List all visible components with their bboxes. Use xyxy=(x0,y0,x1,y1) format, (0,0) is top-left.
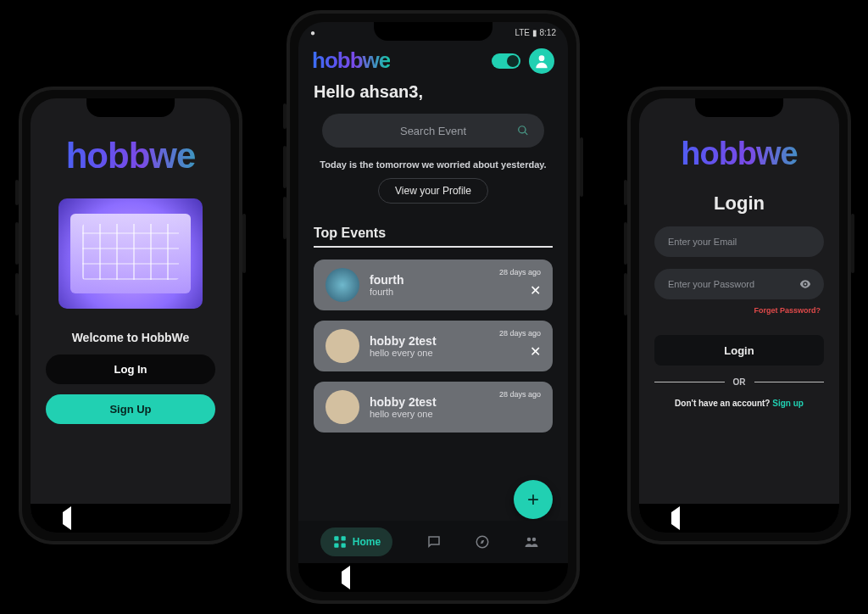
android-nav-bar xyxy=(639,504,839,533)
event-thumb xyxy=(326,329,359,363)
svg-point-6 xyxy=(527,538,531,542)
or-divider: OR xyxy=(654,377,824,387)
svg-rect-1 xyxy=(334,536,338,540)
nav-back-icon[interactable] xyxy=(671,512,680,524)
signup-link[interactable]: Sign up xyxy=(772,399,804,408)
brand-logo: hobbwe xyxy=(31,136,231,176)
android-nav-bar xyxy=(298,563,568,592)
event-card[interactable]: fourth fourth 28 days ago ✕ xyxy=(314,260,553,310)
greeting: Hello ahsan3, xyxy=(298,74,568,102)
view-profile-button[interactable]: View your Profile xyxy=(378,178,488,204)
notch xyxy=(86,98,175,117)
people-icon xyxy=(524,534,539,550)
login-title: Login xyxy=(639,193,839,215)
signup-button[interactable]: Sign Up xyxy=(46,394,215,424)
close-icon[interactable]: ✕ xyxy=(530,343,541,360)
nav-home[interactable]: Home xyxy=(320,527,392,556)
close-icon[interactable]: ✕ xyxy=(530,282,541,299)
fab-add-button[interactable]: + xyxy=(514,480,553,519)
status-bar: ● LTE ▮ 8:12 xyxy=(310,25,556,39)
password-placeholder: Enter your Password xyxy=(668,279,754,289)
avatar[interactable] xyxy=(529,48,554,74)
user-icon xyxy=(533,53,550,70)
event-subtitle: fourth xyxy=(370,287,541,297)
nav-chat[interactable] xyxy=(426,534,442,550)
event-ago: 28 days ago xyxy=(499,390,541,399)
svg-point-8 xyxy=(804,283,807,286)
nav-home-label: Home xyxy=(353,536,381,548)
forgot-password-link[interactable]: Forget Password? xyxy=(658,306,821,315)
top-events-title: Top Events xyxy=(314,226,553,241)
email-placeholder: Enter your Email xyxy=(668,237,737,247)
search-icon xyxy=(517,125,529,137)
phone-login: hobbwe Login Enter your Email Enter your… xyxy=(627,87,851,544)
quote-text: Today is the tomorrow we worried about y… xyxy=(315,159,551,170)
status-left: ● xyxy=(310,28,315,37)
or-text: OR xyxy=(733,377,746,387)
welcome-illustration xyxy=(58,198,203,309)
event-ago: 28 days ago xyxy=(499,268,541,276)
login-submit-button[interactable]: Login xyxy=(654,335,824,366)
event-card[interactable]: hobby 2test hello every one 28 days ago xyxy=(314,382,553,433)
chat-icon xyxy=(426,534,442,550)
event-card[interactable]: hobby 2test hello every one 28 days ago … xyxy=(314,321,553,371)
search-placeholder: Search Event xyxy=(400,125,466,137)
login-button[interactable]: Log In xyxy=(46,354,215,384)
svg-rect-3 xyxy=(334,544,338,548)
event-thumb xyxy=(326,268,359,302)
grid-icon xyxy=(332,534,348,550)
brand-logo: hobbwe xyxy=(639,136,839,172)
search-input[interactable]: Search Event xyxy=(322,114,544,148)
nav-explore[interactable] xyxy=(475,534,490,550)
eye-icon[interactable] xyxy=(798,277,812,291)
nav-people[interactable] xyxy=(524,534,539,550)
email-field[interactable]: Enter your Email xyxy=(654,226,824,257)
phone-welcome: hobbwe Welcome to HobbWe Log In Sign Up xyxy=(19,87,242,544)
nav-back-icon[interactable] xyxy=(63,512,71,524)
phone-home: ● LTE ▮ 8:12 hobbwe Hello ahsan3, Search… xyxy=(287,10,580,604)
brand-logo: hobbwe xyxy=(312,47,390,74)
svg-point-7 xyxy=(532,538,537,542)
stage: hobbwe Welcome to HobbWe Log In Sign Up … xyxy=(0,0,868,614)
no-account-text: Don't have an account? Sign up xyxy=(639,399,839,408)
nav-back-icon[interactable] xyxy=(342,572,350,583)
svg-point-0 xyxy=(539,55,545,61)
svg-rect-4 xyxy=(341,544,345,548)
event-subtitle: hello every one xyxy=(370,348,541,358)
password-field[interactable]: Enter your Password xyxy=(654,269,824,299)
svg-rect-2 xyxy=(341,536,345,540)
status-right: LTE ▮ 8:12 xyxy=(515,28,556,37)
events-list: fourth fourth 28 days ago ✕ hobby 2test … xyxy=(298,248,568,433)
bottom-nav: Home xyxy=(298,521,568,563)
compass-icon xyxy=(475,534,490,550)
android-nav-bar xyxy=(31,504,231,533)
event-subtitle: hello every one xyxy=(370,409,541,419)
event-ago: 28 days ago xyxy=(499,329,541,338)
notch xyxy=(695,98,783,117)
welcome-text: Welcome to HobbWe xyxy=(31,331,231,344)
theme-toggle[interactable] xyxy=(492,53,520,69)
event-thumb xyxy=(326,390,359,424)
